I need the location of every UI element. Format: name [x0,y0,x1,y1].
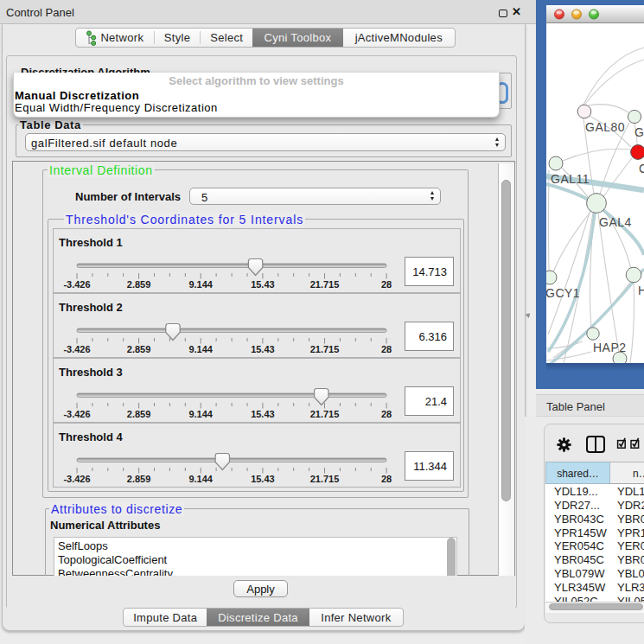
svg-text:2.859: 2.859 [127,279,151,290]
svg-text:15.43: 15.43 [251,474,275,484]
svg-text:-3.426: -3.426 [63,474,90,484]
svg-text:-3.426: -3.426 [63,409,90,419]
svg-text:21.715: 21.715 [310,409,340,419]
svg-text:-3.426: -3.426 [63,344,90,354]
svg-text:9.144: 9.144 [188,409,213,419]
svg-text:2.859: 2.859 [127,409,151,419]
svg-text:H: H [638,284,644,297]
svg-text:21.715: 21.715 [310,344,340,354]
svg-text:15.43: 15.43 [251,344,275,354]
svg-text:GCY1: GCY1 [546,286,580,300]
svg-text:-3.426: -3.426 [63,279,90,290]
svg-text:28: 28 [381,409,392,419]
svg-text:21.715: 21.715 [310,279,340,290]
svg-text:9.144: 9.144 [188,279,213,290]
svg-text:15.43: 15.43 [251,279,275,290]
svg-text:9.144: 9.144 [188,474,213,484]
svg-text:GAL11: GAL11 [551,172,590,186]
svg-text:9.144: 9.144 [188,344,213,354]
svg-text:GA: GA [634,125,644,139]
svg-text:GAL80: GAL80 [585,120,625,134]
svg-text:28: 28 [381,474,392,484]
svg-text:HAP2: HAP2 [593,341,627,354]
svg-text:2.859: 2.859 [127,344,151,354]
svg-text:21.715: 21.715 [310,474,340,484]
svg-text:GAL4: GAL4 [599,215,632,229]
svg-text:28: 28 [381,279,392,290]
svg-text:C: C [639,162,644,175]
svg-text:28: 28 [381,344,392,354]
svg-text:2.859: 2.859 [127,474,151,484]
svg-text:15.43: 15.43 [251,409,275,419]
